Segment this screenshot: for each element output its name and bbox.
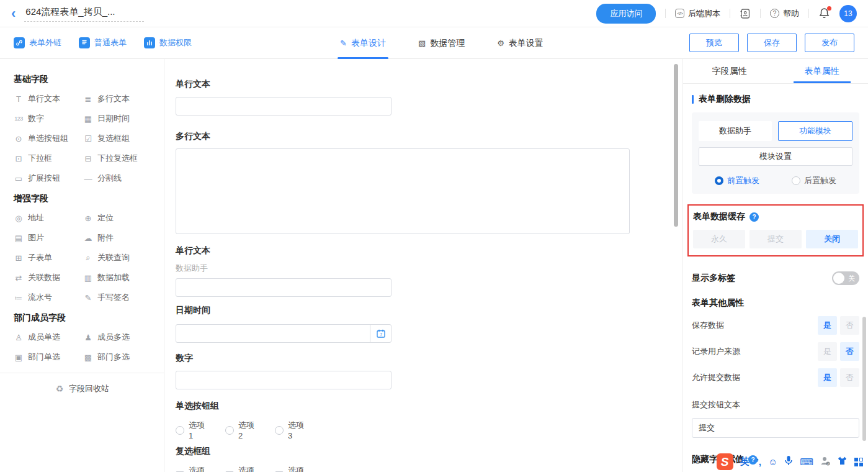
field-item-multi-line-text[interactable]: ≣多行文本	[83, 89, 148, 109]
ime-toolbox-icon[interactable]	[854, 458, 863, 466]
calendar-picker-button[interactable]: 7	[370, 325, 391, 342]
multi-line-textarea[interactable]	[176, 148, 630, 234]
allow-submit-yes[interactable]: 是	[818, 368, 837, 387]
dept-multi-icon: ▩	[83, 353, 93, 362]
publish-button[interactable]: 发布	[805, 34, 854, 52]
tab-field-properties[interactable]: 字段属性	[683, 59, 776, 83]
ime-punctuation-icon[interactable]: ’,	[756, 456, 761, 467]
checkbox-option-1[interactable]: 选项1	[176, 465, 209, 472]
field-item-member-single[interactable]: ♙成员单选	[14, 327, 78, 347]
tab-form-properties[interactable]: 表单属性	[776, 59, 868, 83]
cache-help-icon[interactable]: ?	[749, 212, 759, 222]
field-item-dept-single[interactable]: ▣部门单选	[14, 347, 78, 367]
form-title[interactable]: 624流程表单_拷贝_...	[24, 5, 143, 22]
submit-text-input[interactable]	[692, 418, 859, 438]
field-recycle-bin[interactable]: ♻ 字段回收站	[0, 373, 164, 404]
canvas-field-datetime[interactable]: 日期时间 7	[176, 305, 391, 343]
attachment-icon: ☁	[83, 234, 93, 243]
multi-tab-toggle[interactable]: 关	[832, 271, 859, 285]
radio-option-1[interactable]: 选项1	[176, 420, 209, 440]
subform-icon: ⊞	[14, 253, 24, 263]
field-item-dropdown[interactable]: ⊡下拉框	[14, 148, 78, 168]
ime-lang-toggle[interactable]: 英	[740, 456, 749, 468]
ime-emoji-icon[interactable]: ☺	[768, 456, 777, 467]
preview-button[interactable]: 预览	[689, 34, 739, 52]
avatar[interactable]: 13	[839, 5, 857, 22]
checkbox-options: 选项1 选项2 选项3	[176, 465, 308, 472]
field-item-number[interactable]: 123数字	[14, 109, 78, 129]
field-item-dept-multi[interactable]: ▩部门多选	[83, 347, 148, 367]
field-item-location[interactable]: ⊕定位	[83, 208, 148, 228]
backend-script-button[interactable]: </> 后端脚本	[675, 8, 720, 19]
field-item-signature[interactable]: ✎手写签名	[83, 288, 148, 307]
help-button[interactable]: ? 帮助	[770, 8, 799, 19]
canvas-field-number[interactable]: 数字	[176, 353, 391, 389]
multi-tab-row: 显示多标签 关	[692, 271, 859, 285]
ime-skin-icon[interactable]	[837, 456, 848, 468]
ime-keyboard-icon[interactable]: ⌨	[800, 456, 813, 468]
tab-data-manage[interactable]: ▧ 数据管理	[418, 27, 465, 59]
save-data-no[interactable]: 否	[840, 316, 859, 335]
field-item-attachment[interactable]: ☁附件	[83, 228, 148, 248]
contact-book-button[interactable]	[740, 8, 751, 19]
field-item-extend-button[interactable]: ▭扩展按钮	[14, 168, 78, 188]
canvas-field-radio-group[interactable]: 单选按钮组 选项1 选项2 选项3	[176, 401, 308, 440]
number-input[interactable]	[176, 371, 391, 389]
cache-close-option[interactable]: 关闭	[806, 230, 858, 248]
allow-submit-no[interactable]: 否	[840, 368, 859, 387]
single-line-input[interactable]	[176, 97, 391, 116]
field-item-datetime[interactable]: ▦日期时间	[83, 109, 148, 129]
cache-submit-option[interactable]: 提交	[749, 230, 802, 248]
data-permission-button[interactable]: 数据权限	[144, 37, 192, 48]
app-access-button[interactable]: 应用访问	[596, 4, 656, 24]
module-setting-button[interactable]: 模块设置	[699, 147, 852, 166]
plain-form-button[interactable]: 普通表单	[79, 37, 127, 48]
single-line-input[interactable]	[176, 278, 391, 297]
radio-option-3[interactable]: 选项3	[275, 420, 308, 440]
canvas-field-single-line-2[interactable]: 单行文本 数据助手	[176, 245, 391, 297]
field-item-address[interactable]: ◎地址	[14, 208, 78, 228]
tab-form-design[interactable]: ✎ 表单设计	[340, 27, 386, 59]
record-source-no[interactable]: 否	[840, 342, 859, 361]
data-helper-button[interactable]: 数据助手	[699, 121, 772, 141]
notification-bell[interactable]	[818, 7, 830, 19]
post-trigger-radio[interactable]: 后置触发	[792, 175, 836, 186]
field-item-multi-dropdown[interactable]: ⊟下拉复选框	[83, 148, 148, 168]
field-item-data-load[interactable]: ▥数据加载	[83, 268, 148, 288]
field-label: 数字	[176, 353, 391, 364]
save-data-yes[interactable]: 是	[818, 316, 837, 335]
field-item-linked-data[interactable]: ⇄关联数据	[14, 268, 78, 288]
ime-mic-icon[interactable]	[784, 455, 793, 468]
canvas-field-checkbox-group[interactable]: 复选框组 选项1 选项2 选项3	[176, 446, 308, 472]
canvas-scrollbar[interactable]	[674, 64, 678, 227]
canvas-field-multi-line[interactable]: 多行文本	[176, 131, 630, 237]
field-item-serial-number[interactable]: ≔流水号	[14, 288, 78, 307]
section-title-enhanced: 增强字段	[14, 193, 164, 204]
panel-scrollbar[interactable]	[862, 317, 866, 441]
cache-permanent-option[interactable]: 永久	[693, 230, 745, 248]
canvas-field-single-line-1[interactable]: 单行文本	[176, 79, 391, 116]
func-module-button[interactable]: 功能模块	[778, 121, 852, 141]
field-item-radio-group[interactable]: ⊙单选按钮组	[14, 129, 78, 148]
sogou-logo-icon[interactable]: S	[717, 453, 733, 470]
field-item-member-multi[interactable]: ♟成员多选	[83, 327, 148, 347]
tab-form-settings[interactable]: ⚙ 表单设置	[497, 27, 544, 59]
radio-option-2[interactable]: 选项2	[225, 420, 259, 440]
ime-account-icon[interactable]: 2	[820, 456, 830, 468]
field-item-image[interactable]: ▤图片	[14, 228, 78, 248]
field-item-single-line-text[interactable]: T单行文本	[14, 89, 78, 109]
external-link-button[interactable]: 表单外链	[14, 37, 61, 48]
pre-trigger-radio[interactable]: 前置触发	[715, 175, 759, 186]
record-source-yes[interactable]: 是	[818, 342, 837, 361]
toolbar-actions: 预览 保存 发布	[689, 34, 854, 52]
back-icon[interactable]: ‹	[11, 7, 16, 20]
field-item-subform[interactable]: ⊞子表单	[14, 248, 78, 268]
datetime-input[interactable]	[176, 325, 370, 342]
field-item-checkbox-group[interactable]: ☑复选框组	[83, 129, 148, 148]
field-item-linked-query[interactable]: ⌕关联查询	[83, 248, 148, 268]
save-button[interactable]: 保存	[747, 34, 797, 52]
signature-icon: ✎	[83, 293, 93, 302]
field-item-divider-line[interactable]: —分割线	[83, 168, 148, 188]
checkbox-option-3[interactable]: 选项3	[275, 465, 308, 472]
checkbox-option-2[interactable]: 选项2	[225, 465, 259, 472]
